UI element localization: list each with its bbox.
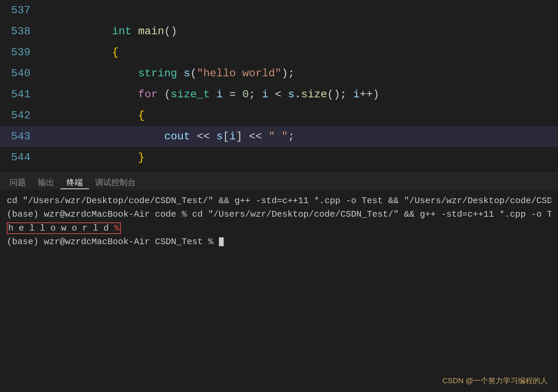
tab-problems[interactable]: 问题 xyxy=(3,176,32,189)
terminal-percent: % xyxy=(114,223,119,233)
line-number-545: 545 xyxy=(0,168,37,173)
editor-area: 537 538 int main() 539 { xyxy=(0,0,558,173)
terminal-text-1: cd "/Users/wzr/Desktop/code/CSDN_Test/" … xyxy=(7,196,551,206)
watermark: CSDN @一个努力学习编程的人 xyxy=(442,376,548,386)
code-line-544: 544 } xyxy=(0,147,558,168)
var-s-size: s xyxy=(288,88,295,101)
terminal-hello-world: h e l l o w o r l d xyxy=(8,223,114,233)
var-i-inc: i xyxy=(353,88,360,101)
line-content-544: } xyxy=(43,126,145,173)
terminal-line-4: (base) wzr@wzrdcMacBook-Air CSDN_Test % xyxy=(7,235,551,249)
line-number-537: 537 xyxy=(0,0,37,21)
line-number-540: 540 xyxy=(0,63,37,84)
string-literal-space: " " xyxy=(268,130,288,143)
line-number-543: 543 xyxy=(0,126,37,147)
terminal-prompt: (base) wzr@wzrdcMacBook-Air CSDN_Test % xyxy=(7,237,219,247)
terminal-text-2: (base) wzr@wzrdcMacBook-Air code % cd "/… xyxy=(7,209,551,219)
var-i-idx: i xyxy=(229,130,236,143)
var-i-cmp: i xyxy=(262,88,268,101)
tab-output[interactable]: 输出 xyxy=(32,176,60,189)
line-number-544: 544 xyxy=(0,147,37,168)
main-layout: 537 538 int main() 539 { xyxy=(0,0,558,392)
tab-terminal-label: 终端 xyxy=(67,177,83,188)
keyword-size_t: size_t xyxy=(171,88,210,101)
terminal-line-2: (base) wzr@wzrdcMacBook-Air code % cd "/… xyxy=(7,208,551,221)
tab-debug-label: 调试控制台 xyxy=(95,177,136,188)
tab-terminal[interactable]: 终端 xyxy=(60,176,89,189)
func-main: main xyxy=(138,25,164,38)
code-container: 537 538 int main() 539 { xyxy=(0,0,558,173)
var-i-541: i xyxy=(216,88,223,101)
var-s-idx: s xyxy=(216,130,223,143)
line-content-546: } xyxy=(43,168,118,173)
tab-debug[interactable]: 调试控制台 xyxy=(89,176,142,189)
tab-output-label: 输出 xyxy=(38,177,54,188)
watermark-text: CSDN @一个努力学习编程的人 xyxy=(442,376,548,385)
terminal-highlighted-output: h e l l o w o r l d % xyxy=(7,222,121,234)
func-size: size xyxy=(301,88,327,101)
terminal-cursor xyxy=(219,237,224,246)
num-0: 0 xyxy=(242,88,249,101)
terminal-line-1: cd "/Users/wzr/Desktop/code/CSDN_Test/" … xyxy=(7,194,551,208)
keyword-cout: cout xyxy=(164,130,190,143)
line-number-541: 541 xyxy=(0,84,37,105)
line-number-539: 539 xyxy=(0,42,37,63)
tab-problems-label: 问题 xyxy=(10,177,26,188)
line-number-542: 542 xyxy=(0,105,37,126)
terminal-line-3: h e l l o w o r l d % xyxy=(7,221,551,235)
terminal-area[interactable]: cd "/Users/wzr/Desktop/code/CSDN_Test/" … xyxy=(0,189,558,295)
line-number-538: 538 xyxy=(0,21,37,42)
terminal-tabs: 问题 输出 终端 调试控制台 xyxy=(0,173,558,189)
brace-close-544: } xyxy=(138,151,145,164)
